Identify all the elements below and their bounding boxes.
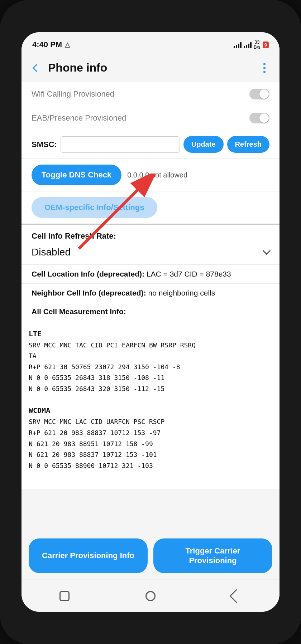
recent-apps-button[interactable] [54, 585, 75, 607]
wcdma-row-4: N 0 0 65535 88900 10712 321 -103 [29, 460, 272, 472]
refresh-button[interactable]: Refresh [227, 136, 269, 153]
alert-icon: △ [65, 41, 70, 49]
wcdma-columns: SRV MCC MNC LAC CID UARFCN PSC RSCP [29, 416, 272, 428]
back-nav-button[interactable] [226, 585, 247, 607]
lte-row-3: N 0 0 65535 26843 320 3150 -112 -15 [29, 384, 272, 395]
eab-provisioned-row: EAB/Presence Provisioned [22, 106, 280, 130]
wcdma-row-3: N 621 20 983 88837 10712 153 -101 [29, 449, 272, 460]
more-dot-icon [263, 71, 266, 73]
more-dot-icon [263, 67, 266, 69]
cell-location-value: LAC = 3d7 CID = 878e33 [147, 270, 231, 278]
all-cell-label-row: All Cell Measurement Info: [22, 302, 280, 321]
signal-bars-2 [244, 42, 252, 48]
wcdma-table: WCDMA SRV MCC MNC LAC CID UARFCN PSC RSC… [22, 398, 280, 475]
content-area: Wifi Calling Provisioned EAB/Presence Pr… [22, 82, 280, 532]
more-dot-icon [263, 63, 266, 65]
lte-row-1: R+P 621 30 50765 23072 294 3150 -104 -8 [29, 362, 272, 373]
status-icons: 33 B/s 9 [234, 40, 269, 50]
smsc-input[interactable] [61, 136, 180, 153]
refresh-rate-value: Disabled [32, 247, 71, 258]
wcdma-header: WCDMA [29, 404, 272, 416]
more-options-button[interactable] [257, 60, 272, 76]
status-bar: 4:40 PM △ 33 B/s 9 [22, 32, 280, 54]
neighbor-cell-label: Neighbor Cell Info (deprecated): [32, 289, 146, 297]
wifi-calling-toggle[interactable] [249, 89, 269, 99]
toggle-dns-button[interactable]: Toggle DNS Check [32, 165, 121, 185]
back-nav-icon [229, 589, 244, 603]
home-button[interactable] [140, 585, 161, 607]
time-display: 4:40 PM [32, 40, 62, 49]
dns-status-text: 0.0.0.0 not allowed [127, 171, 187, 179]
lte-sub: TA [29, 351, 272, 362]
smsc-row: SMSC: Update Refresh [22, 130, 280, 159]
back-chevron-icon [33, 64, 41, 72]
oem-button[interactable]: OEM-specific Info/Settings [32, 197, 157, 218]
dns-row: Toggle DNS Check 0.0.0.0 not allowed [22, 159, 280, 191]
lte-columns: SRV MCC MNC TAC CID PCI EARFCN BW RSRP R… [29, 340, 272, 351]
nav-bar [22, 580, 280, 612]
notch [136, 0, 165, 10]
back-button[interactable] [29, 60, 44, 76]
chevron-down-icon [263, 247, 271, 255]
lte-row-2: N 0 0 65535 26843 318 3150 -108 -11 [29, 372, 272, 384]
refresh-rate-dropdown-row[interactable]: Disabled [22, 243, 280, 265]
oem-row: OEM-specific Info/Settings [22, 191, 280, 225]
smsc-label: SMSC: [32, 140, 57, 149]
all-cell-label: All Cell Measurement Info: [32, 307, 126, 316]
wifi-calling-row: Wifi Calling Provisioned [22, 82, 280, 106]
lte-header: LTE [29, 328, 272, 340]
status-time: 4:40 PM △ [32, 40, 70, 49]
lte-table: LTE SRV MCC MNC TAC CID PCI EARFCN BW RS… [22, 321, 280, 398]
wcdma-row-2: N 621 20 983 88951 10712 158 -99 [29, 439, 272, 450]
carrier-provisioning-button[interactable]: Carrier Provisioning Info [29, 538, 148, 573]
trigger-carrier-button[interactable]: Trigger Carrier Provisioning [153, 538, 272, 573]
battery-indicator: 9 [263, 42, 269, 48]
eab-label: EAB/Presence Provisioned [32, 113, 126, 123]
recent-apps-icon [59, 591, 70, 601]
app-bar: Phone info [22, 54, 280, 82]
cell-location-label: Cell Location Info (deprecated): [32, 270, 144, 278]
data-speed: 33 B/s [254, 40, 261, 50]
spacer [22, 475, 280, 489]
home-icon [145, 591, 156, 601]
wcdma-row-1: R+P 621 20 983 88837 10712 153 -97 [29, 428, 272, 439]
cell-refresh-rate-label: Cell Info Refresh Rate: [22, 225, 280, 243]
update-button[interactable]: Update [183, 136, 224, 153]
phone-screen: 4:40 PM △ 33 B/s 9 [22, 32, 280, 612]
cell-location-row: Cell Location Info (deprecated): LAC = 3… [22, 265, 280, 284]
phone-device: 4:40 PM △ 33 B/s 9 [0, 0, 301, 644]
cell-info-section: Cell Info Refresh Rate: Disabled Cell Lo… [22, 225, 280, 489]
wifi-calling-label: Wifi Calling Provisioned [32, 89, 114, 99]
page-title: Phone info [48, 61, 257, 74]
eab-toggle[interactable] [249, 113, 269, 123]
signal-bars-1 [234, 42, 242, 48]
neighbor-cell-value: no neighboring cells [148, 289, 215, 297]
neighbor-cell-row: Neighbor Cell Info (deprecated): no neig… [22, 284, 280, 303]
bottom-buttons-area: Carrier Provisioning Info Trigger Carrie… [22, 532, 280, 580]
